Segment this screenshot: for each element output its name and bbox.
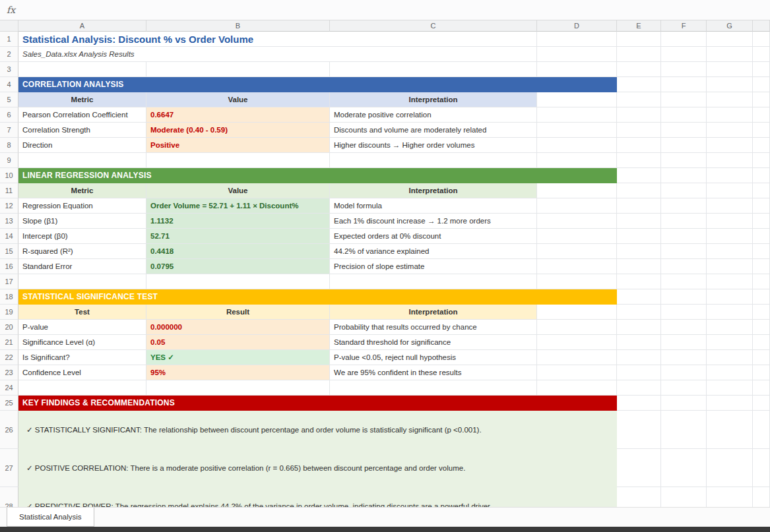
cell-G16[interactable] (707, 259, 753, 274)
cell-A2[interactable]: Sales_Data.xlsx Analysis Results (18, 47, 537, 62)
cell-G8[interactable] (707, 138, 753, 153)
row-header-22[interactable]: 22 (0, 350, 18, 365)
cell-F20[interactable] (661, 320, 707, 335)
row-header-20[interactable]: 20 (0, 320, 18, 335)
cell-D24[interactable] (537, 380, 617, 396)
cell-G3[interactable] (707, 62, 753, 77)
cell-D6[interactable] (537, 107, 617, 123)
cell-E22[interactable] (617, 350, 661, 365)
cell-D16[interactable] (537, 259, 617, 274)
cell-A19[interactable]: Test (18, 305, 146, 320)
cell-H1[interactable] (753, 32, 770, 47)
cell-H17[interactable] (753, 274, 770, 289)
cell-C24[interactable] (330, 380, 537, 396)
row-header-3[interactable]: 3 (0, 62, 18, 77)
row-header-16[interactable]: 16 (0, 259, 18, 274)
cell-F14[interactable] (661, 229, 707, 244)
cell-B20[interactable]: 0.000000 (146, 320, 330, 335)
cell-E26[interactable] (617, 411, 661, 449)
cell-D23[interactable] (537, 365, 617, 380)
row-header-18[interactable]: 18 (0, 289, 18, 305)
row-header-26[interactable]: 26 (0, 411, 18, 449)
cell-B15[interactable]: 0.4418 (146, 244, 330, 259)
cell-B16[interactable]: 0.0795 (146, 259, 330, 274)
column-header-F[interactable]: F (661, 20, 707, 32)
cell-G6[interactable] (707, 107, 753, 123)
cell-C8[interactable]: Higher discounts → Higher order volumes (330, 138, 537, 153)
cell-A22[interactable]: Is Significant? (18, 350, 146, 365)
cell-H9[interactable] (753, 153, 770, 168)
cell-B13[interactable]: 1.1132 (146, 214, 330, 229)
cell-A25[interactable]: KEY FINDINGS & RECOMMENDATIONS (18, 396, 617, 411)
cell-A21[interactable]: Significance Level (α) (18, 335, 146, 350)
row-header-12[interactable]: 12 (0, 198, 18, 214)
cell-G14[interactable] (707, 229, 753, 244)
row-header-4[interactable]: 4 (0, 77, 18, 92)
cell-C17[interactable] (330, 274, 537, 289)
cell-H11[interactable] (753, 183, 770, 198)
cell-A16[interactable]: Standard Error (18, 259, 146, 274)
cell-F27[interactable] (661, 449, 707, 487)
cell-F7[interactable] (661, 123, 707, 138)
cell-E7[interactable] (617, 123, 661, 138)
cell-C14[interactable]: Expected orders at 0% discount (330, 229, 537, 244)
cell-C11[interactable]: Interpretation (330, 183, 537, 198)
cell-A11[interactable]: Metric (18, 183, 146, 198)
cell-H19[interactable] (753, 305, 770, 320)
cell-F3[interactable] (661, 62, 707, 77)
row-header-9[interactable]: 9 (0, 153, 18, 168)
row-header-15[interactable]: 15 (0, 244, 18, 259)
cell-B23[interactable]: 95% (146, 365, 330, 380)
cell-A1[interactable]: Statistical Analysis: Discount % vs Orde… (18, 32, 537, 47)
cell-E17[interactable] (617, 274, 661, 289)
cell-G17[interactable] (707, 274, 753, 289)
cell-B11[interactable]: Value (146, 183, 330, 198)
row-header-2[interactable]: 2 (0, 47, 18, 62)
cell-G23[interactable] (707, 365, 753, 380)
cell-F4[interactable] (661, 77, 707, 92)
cell-H21[interactable] (753, 335, 770, 350)
cell-C6[interactable]: Moderate positive correlation (330, 107, 537, 123)
cell-G22[interactable] (707, 350, 753, 365)
cell-B7[interactable]: Moderate (0.40 - 0.59) (146, 123, 330, 138)
cell-G2[interactable] (707, 47, 753, 62)
cell-D19[interactable] (537, 305, 617, 320)
cell-A24[interactable] (18, 380, 146, 396)
cell-E5[interactable] (617, 92, 661, 107)
cell-A18[interactable]: STATISTICAL SIGNIFICANCE TEST (18, 289, 617, 305)
cell-D5[interactable] (537, 92, 617, 107)
cell-G9[interactable] (707, 153, 753, 168)
cell-B21[interactable]: 0.05 (146, 335, 330, 350)
select-all-corner[interactable] (0, 20, 18, 32)
cell-B5[interactable]: Value (146, 92, 330, 107)
cell-H23[interactable] (753, 365, 770, 380)
cell-C20[interactable]: Probability that results occurred by cha… (330, 320, 537, 335)
cell-H6[interactable] (753, 107, 770, 123)
cell-F17[interactable] (661, 274, 707, 289)
column-header-A[interactable]: A (18, 20, 146, 32)
row-header-13[interactable]: 13 (0, 214, 18, 229)
cell-D1[interactable] (537, 32, 617, 47)
cell-G15[interactable] (707, 244, 753, 259)
cell-C13[interactable]: Each 1% discount increase → 1.2 more ord… (330, 214, 537, 229)
cell-A7[interactable]: Correlation Strength (18, 123, 146, 138)
cell-D9[interactable] (537, 153, 617, 168)
cell-G21[interactable] (707, 335, 753, 350)
cell-D14[interactable] (537, 229, 617, 244)
cell-A20[interactable]: P-value (18, 320, 146, 335)
cell-E4[interactable] (617, 77, 661, 92)
cell-G5[interactable] (707, 92, 753, 107)
row-header-11[interactable]: 11 (0, 183, 18, 198)
cell-E23[interactable] (617, 365, 661, 380)
cell-E10[interactable] (617, 168, 661, 183)
cell-E3[interactable] (617, 62, 661, 77)
cell-A15[interactable]: R-squared (R²) (18, 244, 146, 259)
cell-F15[interactable] (661, 244, 707, 259)
cell-E24[interactable] (617, 380, 661, 396)
cell-H10[interactable] (753, 168, 770, 183)
cell-D7[interactable] (537, 123, 617, 138)
cell-C23[interactable]: We are 95% confident in these results (330, 365, 537, 380)
row-header-25[interactable]: 25 (0, 396, 18, 411)
cell-F26[interactable] (661, 411, 707, 449)
cell-B9[interactable] (146, 153, 330, 168)
